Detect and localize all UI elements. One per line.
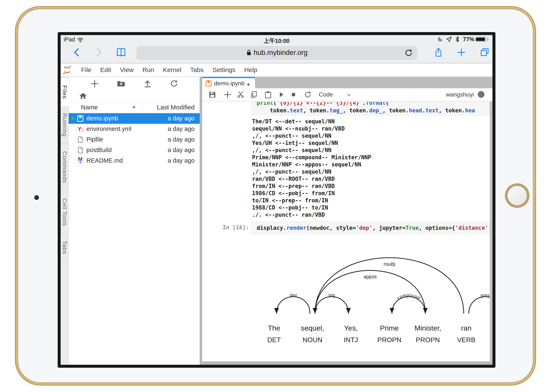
tab-close-dirty-dot[interactable]: ● xyxy=(247,81,250,87)
output-line: The/DT <--det-- sequel/NN xyxy=(252,118,371,125)
notebook-scroll-area[interactable]: print('{0}/{1} <--{2}-- {3}/{4}'.format(… xyxy=(202,101,493,361)
horizontal-scrollbar[interactable] xyxy=(202,361,493,365)
browser-chrome: iPad 上午10:00 xyxy=(61,35,493,63)
arc-arrowhead xyxy=(390,308,394,314)
back-button[interactable] xyxy=(73,48,80,57)
code-token: ( xyxy=(273,102,276,106)
column-name[interactable]: Name xyxy=(81,104,98,111)
home-button[interactable] xyxy=(505,183,529,208)
menu-help[interactable]: Help xyxy=(240,66,262,73)
battery-percent-label: 77% xyxy=(463,36,474,43)
paste-cells-button[interactable] xyxy=(264,91,272,98)
ipad-device-frame: iPad 上午10:00 xyxy=(18,9,533,382)
markdown-file-icon: M▼ xyxy=(78,157,83,164)
file-modified: a day ago xyxy=(168,157,195,164)
battery-icon xyxy=(475,36,489,43)
share-button[interactable] xyxy=(434,48,443,57)
displacy-word: sequel, xyxy=(301,324,324,332)
reload-button[interactable] xyxy=(405,49,413,57)
new-folder-button[interactable] xyxy=(117,79,125,88)
sidebar-tab-running[interactable]: Running xyxy=(61,107,69,144)
file-row-postBuild[interactable]: postBuilda day ago xyxy=(69,145,200,155)
code-token: '{0}/{1} <--{2}-- {3}/{4}' xyxy=(276,102,363,106)
code-token: text xyxy=(290,107,303,114)
new-tab-button[interactable] xyxy=(457,48,466,57)
menu-tabs[interactable]: Tabs xyxy=(186,66,208,73)
kernel-user-label: wangshuyi xyxy=(446,91,474,98)
file-row-demo.ipynb[interactable]: demo.ipynba day ago xyxy=(69,113,200,124)
sidebar-tab-tabs[interactable]: Tabs xyxy=(61,233,69,262)
file-modified: a day ago xyxy=(168,147,195,154)
cut-cells-button[interactable] xyxy=(237,91,244,98)
cell-type-dropdown[interactable]: Code xyxy=(319,91,333,98)
code-token: format xyxy=(366,102,386,106)
refresh-file-list-button[interactable] xyxy=(170,79,178,88)
menu-view[interactable]: View xyxy=(116,66,138,73)
home-breadcrumb-icon[interactable] xyxy=(79,92,87,100)
code-token: True xyxy=(405,225,419,231)
add-cell-button[interactable] xyxy=(224,91,231,98)
cell-output-text: The/DT <--det-- sequel/NNsequel/NN <--ns… xyxy=(252,118,371,218)
screen: iPad 上午10:00 xyxy=(58,32,495,368)
code-token: , token. xyxy=(303,107,329,114)
copy-cells-button[interactable] xyxy=(250,91,258,98)
code-token: ( xyxy=(386,102,389,106)
code-token: head xyxy=(409,107,422,114)
menu-file[interactable]: File xyxy=(77,66,96,73)
code-cell-partial[interactable]: print('{0}/{1} <--{2}-- {3}/{4}'.format(… xyxy=(251,102,490,115)
run-cell-button[interactable] xyxy=(277,91,285,98)
menu-settings[interactable]: Settings xyxy=(208,66,240,73)
code-token: 'dep' xyxy=(356,225,373,231)
notebook-file-icon xyxy=(77,115,84,122)
chevron-down-icon[interactable] xyxy=(346,92,351,98)
code-token: , jupyter= xyxy=(373,225,406,231)
vertical-scrollbar[interactable] xyxy=(490,101,493,361)
sidebar-tab-cell-tools[interactable]: Cell Tools xyxy=(61,191,69,233)
tabs-button[interactable] xyxy=(480,48,489,57)
restart-kernel-button[interactable] xyxy=(304,91,311,98)
file-list-header[interactable]: Name ▲ Last Modified xyxy=(69,102,200,113)
menu-edit[interactable]: Edit xyxy=(96,66,116,73)
code-token: render xyxy=(286,225,306,231)
dependency-arc-compound xyxy=(392,297,425,314)
menu-kernel[interactable]: Kernel xyxy=(159,66,186,73)
output-line: Prime/NNP <--compound-- Minister/NNP xyxy=(252,154,371,161)
lock-icon xyxy=(246,49,252,56)
jupyterlab-app: FilesRunningCommandsCell ToolsTabs xyxy=(61,77,493,365)
code-cell-in16[interactable]: displacy.render(newdoc, style='dep', jup… xyxy=(251,221,490,234)
kernel-status-indicator[interactable] xyxy=(478,91,484,98)
stop-kernel-button[interactable] xyxy=(290,91,297,98)
arc-label: det xyxy=(290,293,297,298)
menu-run[interactable]: Run xyxy=(138,66,159,73)
bookmarks-icon[interactable] xyxy=(116,48,126,57)
code-token: . xyxy=(363,102,366,106)
location-icon xyxy=(446,36,452,42)
displacy-pos-tag: INTJ xyxy=(344,336,358,344)
sidebar-tab-files[interactable]: Files xyxy=(61,78,69,107)
save-button[interactable] xyxy=(209,91,216,98)
code-token: hea xyxy=(465,107,475,114)
upload-button[interactable] xyxy=(143,79,152,88)
file-row-Pipfile[interactable]: Pipfilea day ago xyxy=(69,134,200,145)
displacy-word: Yes, xyxy=(344,324,358,332)
displacy-word: ran xyxy=(461,324,471,332)
file-name: postBuild xyxy=(86,147,112,154)
file-row-environment.yml[interactable]: Y:environment.ymla day ago xyxy=(69,124,200,134)
new-launcher-button[interactable] xyxy=(90,79,99,88)
notebook-tab-icon xyxy=(205,80,212,87)
output-line: to/IN <--prep-- from/IN xyxy=(252,197,371,204)
code-token: , token. xyxy=(438,107,465,114)
output-line: 1988/CD <--pobj-- to/IN xyxy=(252,204,371,211)
tab-demo-ipynb[interactable]: demo.ipynb ● xyxy=(202,77,255,88)
sidebar-tab-commands[interactable]: Commands xyxy=(61,144,69,191)
tab-label[interactable]: demo.ipynb xyxy=(214,80,245,87)
file-name: Pipfile xyxy=(86,136,103,143)
jupyter-menubar: FileEditViewRunKernelTabsSettingsHelp xyxy=(61,63,493,77)
column-last-modified[interactable]: Last Modified xyxy=(157,104,195,111)
forward-button[interactable] xyxy=(96,48,103,57)
code-token: , options={ xyxy=(419,225,455,231)
url-field[interactable]: hub.mybinder.org xyxy=(136,46,417,60)
file-row-README.md[interactable]: M▼README.mda day ago xyxy=(69,155,200,166)
panel-resize-handle[interactable] xyxy=(200,77,202,365)
file-modified: a day ago xyxy=(168,126,195,133)
